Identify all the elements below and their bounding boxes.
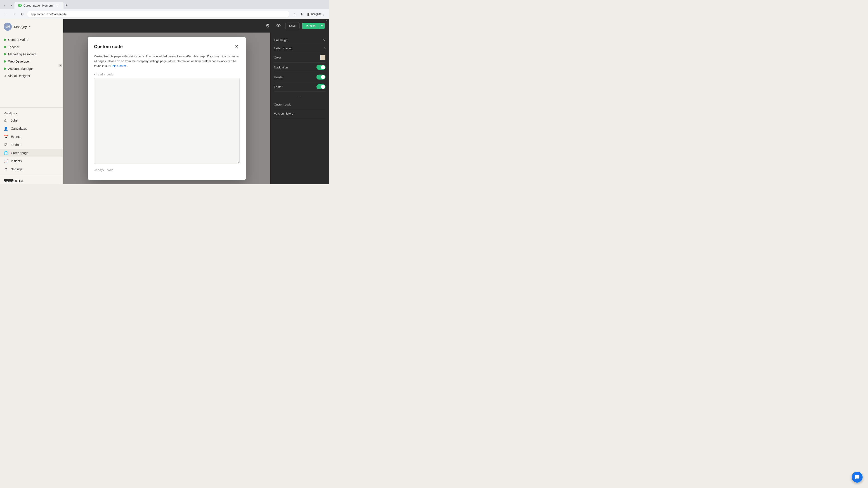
nav-label: Settings [11,167,22,171]
nav-label: Candidates [11,127,27,130]
job-title: Web Developer [8,60,30,63]
scroll-up-arrow[interactable]: ▲ [324,19,328,22]
navigation-row: Navigation [274,63,326,72]
sidebar-scroll-down[interactable]: ▼ [59,184,62,184]
company-label[interactable]: Moodjoy ▾ [0,110,63,116]
job-item-marketing-associate[interactable]: Marketing Associate [0,51,63,58]
color-row: Color [274,53,326,63]
avatar: MM [4,23,12,31]
forward-button[interactable]: → [11,11,17,17]
modal-title: Custom code [94,44,123,49]
company-section: Moodjoy ▾ 🗂 Jobs 👤 Candidates 📅 Events ☑… [0,108,63,175]
right-panel: Line height 72 Letter spacing 0 Color Na… [270,33,329,184]
settings-icon: ⚙ [4,167,8,171]
reload-button[interactable]: ↻ [19,11,25,17]
preview-icon[interactable]: 👁 [274,22,283,30]
tab-favicon: H [18,4,22,7]
head-code-editor[interactable] [94,78,240,164]
back-button[interactable]: ← [3,11,9,17]
job-item-teacher[interactable]: Teacher [0,43,63,51]
sidebar: MM Moodjoy ▾ Content Writer Teacher Mark… [0,19,63,184]
custom-code-modal: Custom code ✕ Customize this page with c… [88,37,246,180]
job-item-visual-designer[interactable]: Visual Designer [0,72,63,79]
footer-toggle[interactable] [316,84,326,89]
sidebar-header[interactable]: MM Moodjoy ▾ [0,19,63,34]
main-area: ⚙ 👁 Save Publish ▾ Custom code ✕ [63,19,329,184]
sidebar-item-candidates[interactable]: 👤 Candidates [0,125,63,133]
career-page-icon: 🌐 [4,151,8,155]
publish-button-group: Publish ▾ [302,23,324,29]
homerun-logo: HOMERUN [4,180,59,181]
header-row: Header [274,72,326,82]
chevron-down-icon: ▾ [29,25,31,28]
publish-button[interactable]: Publish [302,23,319,29]
insights-icon: 📈 [4,159,8,163]
bookmark-icon[interactable]: ☆ [291,11,298,17]
panel-more-dots: ··· [274,92,326,100]
sidebar-item-career-page[interactable]: 🌐 Career page [0,149,63,157]
jobs-icon: 🗂 [4,118,8,123]
sidebar-item-settings[interactable]: ⚙ Settings [0,165,63,173]
job-title: Account Manager [8,67,33,70]
line-height-label: Line height [274,38,288,42]
browser-toolbar-icons: ☆ ⬇ ◧ Incognito ⋮ [291,11,327,17]
nav-prev[interactable]: ‹ [2,2,8,8]
nav-label: Events [11,135,21,138]
letter-spacing-row: Letter spacing 0 [274,44,326,53]
modal-description: Customize this page with custom code. An… [94,54,240,68]
modal-close-button[interactable]: ✕ [233,43,240,50]
custom-code-link[interactable]: Custom code [274,100,326,109]
new-tab-button[interactable]: + [64,2,70,8]
job-item-account-manager[interactable]: Account Manager [0,65,63,72]
publish-dropdown-button[interactable]: ▾ [319,23,324,29]
letter-spacing-value: 0 [324,46,326,50]
version-history-link[interactable]: Version history [274,109,326,118]
app-layout: MM Moodjoy ▾ Content Writer Teacher Mark… [0,19,329,184]
sidebar-item-events[interactable]: 📅 Events [0,133,63,141]
job-status-dot [4,60,6,63]
sidebar-item-todos[interactable]: ☑ To-dos [0,141,63,149]
page-preview: Custom code ✕ Customize this page with c… [63,33,270,184]
job-item-content-writer[interactable]: Content Writer [0,36,63,43]
tab-bar: ‹ › H Career page · Homerun ✕ + [0,0,329,9]
footer-row: Footer [274,82,326,92]
tab-title: Career page · Homerun [24,4,55,7]
color-swatch[interactable] [320,55,326,60]
address-bar: ← → ↻ ☆ ⬇ ◧ Incognito ⋮ ▲ [0,9,329,19]
head-code-label: <head> code [94,73,240,76]
header-label: Header [274,75,284,79]
navigation-label: Navigation [274,66,288,69]
header-toggle[interactable] [316,74,326,79]
tab-close-button[interactable]: ✕ [56,4,60,7]
job-title: Teacher [8,45,20,49]
candidates-icon: 👤 [4,126,8,131]
line-height-row: Line height 72 [274,36,326,44]
settings-toolbar-icon[interactable]: ⚙ [264,22,272,30]
sidebar-item-jobs[interactable]: 🗂 Jobs [0,116,63,125]
job-item-web-developer[interactable]: Web Developer [0,58,63,65]
nav-next[interactable]: › [8,2,14,8]
job-status-dot [4,68,6,70]
menu-icon[interactable]: ⋮ [320,11,327,17]
save-button[interactable]: Save [285,23,300,29]
jobs-list: Content Writer Teacher Marketing Associa… [0,34,63,106]
color-label: Color [274,56,281,59]
sidebar-scroll-up[interactable]: ▲ [59,64,62,67]
incognito-label: Incognito [313,11,319,17]
content-row: Custom code ✕ Customize this page with c… [63,33,329,184]
body-code-label: <body> code [94,168,240,172]
job-status-dot-empty [4,75,6,77]
sidebar-item-insights[interactable]: 📈 Insights [0,157,63,165]
download-icon[interactable]: ⬇ [298,11,305,17]
browser-chrome: ‹ › H Career page · Homerun ✕ + ← → ↻ ☆ … [0,0,329,19]
modal-header: Custom code ✕ [94,43,240,50]
url-input[interactable] [27,11,289,17]
company-name: Moodjoy [14,25,27,29]
help-center-link[interactable]: Help Center [110,64,126,68]
navigation-toggle[interactable] [316,65,326,70]
todos-icon: ☑ [4,142,8,147]
job-title: Marketing Associate [8,53,36,56]
nav-label: Career page [11,151,29,155]
active-tab[interactable]: H Career page · Homerun ✕ [14,2,64,9]
job-title: Visual Designer [8,74,30,78]
